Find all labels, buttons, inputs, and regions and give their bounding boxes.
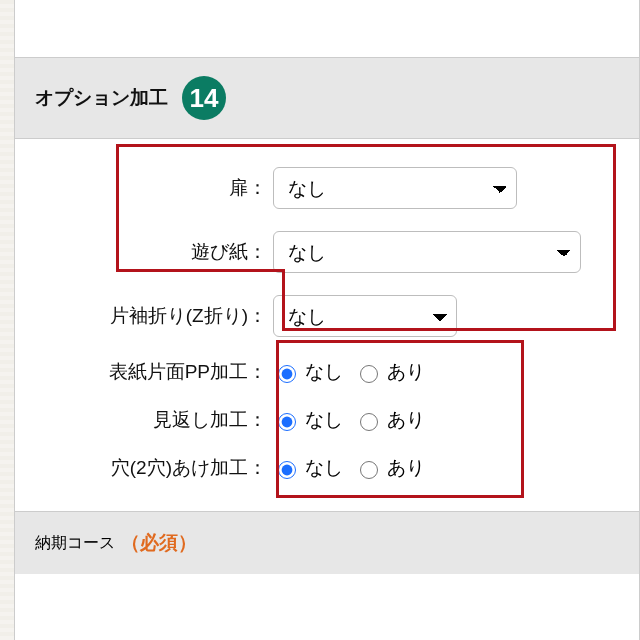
section-header-nouki: 納期コース （必須） — [15, 511, 639, 574]
select-katasodeori[interactable]: なし — [273, 295, 457, 337]
row-asobigami: 遊び紙： なし — [37, 231, 617, 273]
row-ana: 穴(2穴)あけ加工： なし あり — [37, 455, 617, 481]
row-mikae: 見返し加工： なし あり — [37, 407, 617, 433]
section-header-options: オプション加工 14 — [15, 58, 639, 139]
radio-mikae-ari[interactable]: あり — [355, 407, 425, 433]
label-tobira: 扉： — [37, 175, 273, 201]
radio-pp-nashi[interactable]: なし — [273, 359, 343, 385]
row-katasodeori: 片袖折り(Z折り)： なし — [37, 295, 617, 337]
radio-input-mikae-nashi[interactable] — [278, 413, 296, 431]
required-tag: （必須） — [121, 530, 197, 556]
radio-input-pp-nashi[interactable] — [278, 365, 296, 383]
label-katasodeori: 片袖折り(Z折り)： — [37, 303, 273, 329]
label-ana: 穴(2穴)あけ加工： — [37, 455, 273, 481]
radio-input-ana-ari[interactable] — [360, 461, 378, 479]
label-pp: 表紙片面PP加工： — [37, 359, 273, 385]
row-pp: 表紙片面PP加工： なし あり — [37, 359, 617, 385]
left-texture-stripe — [0, 0, 14, 640]
section-title-options: オプション加工 — [35, 85, 168, 111]
options-body: 扉： なし 遊び紙： なし 片袖折り(Z折り)： なし — [15, 139, 639, 511]
step-badge-14: 14 — [182, 76, 226, 120]
radio-input-mikae-ari[interactable] — [360, 413, 378, 431]
radio-ana-nashi[interactable]: なし — [273, 455, 343, 481]
label-mikae: 見返し加工： — [37, 407, 273, 433]
radio-input-pp-ari[interactable] — [360, 365, 378, 383]
select-tobira[interactable]: なし — [273, 167, 517, 209]
radio-pp-ari[interactable]: あり — [355, 359, 425, 385]
row-tobira: 扉： なし — [37, 167, 617, 209]
label-asobigami: 遊び紙： — [37, 239, 273, 265]
form-panel: オプション加工 14 扉： なし 遊び紙： なし 片袖折り( — [14, 0, 640, 640]
nouki-body-spacer — [15, 574, 639, 634]
radio-mikae-nashi[interactable]: なし — [273, 407, 343, 433]
section-title-nouki: 納期コース — [35, 533, 115, 554]
radio-ana-ari[interactable]: あり — [355, 455, 425, 481]
select-asobigami[interactable]: なし — [273, 231, 581, 273]
prev-section-spacer — [15, 0, 639, 58]
radio-input-ana-nashi[interactable] — [278, 461, 296, 479]
